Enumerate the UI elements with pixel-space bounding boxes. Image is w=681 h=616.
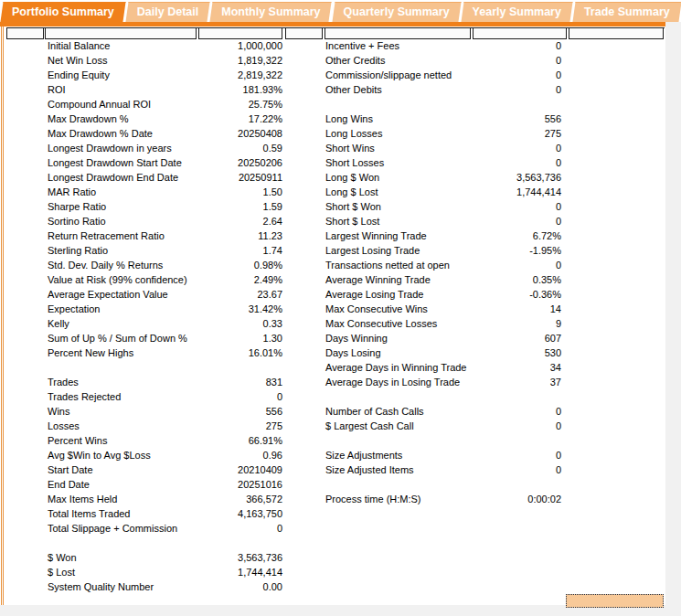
- stat-label: Short Losses: [322, 155, 384, 170]
- stat-value: 1,744,414: [516, 185, 562, 199]
- stat-value: 0.98%: [254, 258, 283, 272]
- summary-row: Longest Drawdown End Date20250911: [44, 170, 283, 185]
- stat-label: [322, 97, 325, 112]
- summary-row: Long $ Won3,563,736: [322, 170, 562, 185]
- summary-row: Longest Drawdown in years0.59: [44, 141, 283, 155]
- summary-row: Sortino Ratio2.64: [44, 214, 283, 228]
- summary-row: ROI181.93%: [44, 82, 283, 97]
- stat-value: 20250911: [239, 170, 283, 185]
- stat-value: 1,819,322: [238, 53, 283, 68]
- stat-value: 0: [556, 419, 562, 433]
- stat-label: Transactions netted at open: [322, 258, 450, 272]
- tab-label: Yearly Summary: [473, 5, 561, 18]
- stat-value: 607: [545, 331, 562, 345]
- summary-row: Process time (H:M:S)0:00:02: [322, 492, 562, 506]
- stat-label: Longest Drawdown Start Date: [44, 155, 182, 170]
- summary-row: Short $ Lost0: [322, 214, 562, 228]
- grid-header-cell: [569, 27, 664, 39]
- stat-value: 0: [556, 214, 562, 228]
- summary-row: Size Adjustments0: [322, 448, 562, 462]
- stat-label: Std. Dev. Daily % Returns: [44, 258, 163, 272]
- stat-value: 17.22%: [249, 112, 283, 126]
- summary-row: Average Winning Trade0.35%: [322, 272, 562, 287]
- stat-value: -1.95%: [529, 243, 562, 258]
- tab-quarterly-summary[interactable]: Quarterly Summary: [334, 2, 460, 22]
- stat-value: 2,819,322: [238, 68, 283, 82]
- stat-value: 9: [556, 316, 562, 331]
- summary-row: Net Win Loss1,819,322: [44, 53, 283, 68]
- stat-value: 31.42%: [249, 302, 283, 316]
- stat-label: Size Adjusted Items: [322, 462, 414, 477]
- stat-label: [44, 360, 48, 375]
- stat-value: 0.35%: [533, 272, 562, 287]
- right-scroll-strip: [665, 22, 681, 616]
- tab-daily-detail[interactable]: Daily Detail: [127, 2, 208, 22]
- stat-label: Short $ Won: [322, 199, 381, 214]
- summary-row: Incentive + Fees0: [322, 38, 562, 53]
- stat-value: 0.00: [263, 579, 283, 594]
- tab-label: Quarterly Summary: [344, 5, 450, 18]
- stat-label: Losses: [44, 419, 80, 433]
- focus-highlight-box[interactable]: [566, 594, 664, 608]
- stat-value: 0: [556, 448, 562, 462]
- stat-label: Incentive + Fees: [322, 38, 399, 53]
- summary-row: Wins556: [44, 404, 283, 419]
- tab-trade-summary[interactable]: Trade Summary: [574, 2, 680, 22]
- stat-label: Expectation: [44, 302, 100, 316]
- summary-row: Size Adjusted Items0: [322, 462, 562, 477]
- stat-value: 0:00:02: [527, 492, 562, 506]
- tab-label: Trade Summary: [584, 5, 670, 18]
- stat-label: Percent New Highs: [44, 345, 133, 360]
- stat-value: [561, 477, 562, 492]
- stat-label: Longest Drawdown End Date: [44, 170, 178, 185]
- stat-value: -0.36%: [529, 287, 562, 302]
- summary-row: [322, 97, 562, 112]
- summary-column-left: Initial Balance1,000,000Net Win Loss1,81…: [44, 38, 283, 594]
- tab-portfolio-summary[interactable]: Portfolio Summary: [2, 2, 124, 22]
- summary-row: Return Retracement Ratio11.23: [44, 228, 283, 243]
- stat-value: 0: [556, 462, 562, 477]
- stat-label: Short $ Lost: [322, 214, 379, 228]
- tab-monthly-summary[interactable]: Monthly Summary: [211, 2, 330, 22]
- stat-label: Percent Wins: [44, 433, 107, 448]
- stat-value: 0: [556, 38, 562, 53]
- summary-row: Avg $Win to Avg $Loss0.96: [44, 448, 283, 462]
- stat-label: Start Date: [44, 462, 93, 477]
- tab-label: Monthly Summary: [221, 5, 320, 18]
- stat-label: Sortino Ratio: [44, 214, 106, 228]
- summary-row: [44, 360, 283, 375]
- stat-label: Avg $Win to Avg $Loss: [44, 448, 151, 462]
- summary-row: Largest Winning Trade6.72%: [322, 228, 562, 243]
- stat-value: 0: [556, 82, 562, 97]
- summary-row: End Date20251016: [44, 477, 283, 492]
- stat-label: Max Drawdown %: [44, 112, 129, 126]
- stat-label: [322, 433, 325, 448]
- stat-value: 20210409: [238, 462, 283, 477]
- stat-label: Average Losing Trade: [322, 287, 423, 302]
- tab-yearly-summary[interactable]: Yearly Summary: [463, 2, 571, 22]
- summary-column-right: Incentive + Fees0Other Credits0Commissio…: [322, 38, 562, 506]
- summary-row: Average Days in Winning Trade34: [322, 360, 562, 375]
- stat-value: 0.33: [263, 316, 283, 331]
- stat-label: Short Wins: [322, 141, 375, 155]
- summary-row: Sterling Ratio1.74: [44, 243, 283, 258]
- stat-value: 3,563,736: [516, 170, 562, 185]
- stat-value: 556: [545, 112, 562, 126]
- stat-label: Trades: [44, 375, 79, 389]
- stat-label: Wins: [44, 404, 69, 419]
- stat-value: 0: [556, 404, 562, 419]
- stat-value: 181.93%: [243, 82, 283, 97]
- stat-label: Long $ Lost: [322, 185, 378, 199]
- stat-value: 530: [545, 345, 562, 360]
- stat-label: Compound Annual ROI: [44, 97, 151, 112]
- stat-label: Average Days in Losing Trade: [322, 375, 460, 389]
- stat-label: Other Debits: [322, 82, 382, 97]
- stat-label: Sterling Ratio: [44, 243, 108, 258]
- stat-value: 2.49%: [254, 272, 283, 287]
- stat-value: 556: [266, 404, 283, 419]
- stat-label: Max Drawdown % Date: [44, 126, 153, 141]
- summary-row: Initial Balance1,000,000: [44, 38, 283, 53]
- stat-label: Largest Winning Trade: [322, 228, 427, 243]
- stat-value: 1.59: [263, 199, 283, 214]
- summary-row: Sum of Up % / Sum of Down %1.30: [44, 331, 283, 345]
